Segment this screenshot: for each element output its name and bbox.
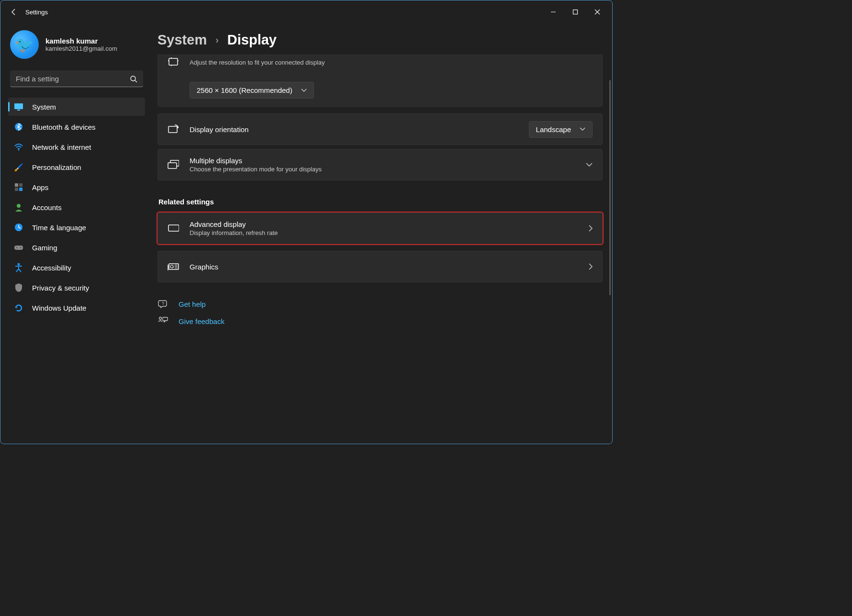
gpu-icon — [168, 261, 179, 272]
svg-line-3 — [135, 80, 137, 82]
profile-block[interactable]: kamlesh kumar kamlesh2011@gmail.com — [8, 28, 145, 67]
svg-rect-4 — [14, 103, 23, 109]
chevron-right-icon: › — [215, 34, 219, 45]
svg-point-12 — [17, 204, 21, 208]
svg-point-2 — [131, 76, 135, 81]
sidebar-item-privacy[interactable]: Privacy & security — [8, 279, 145, 297]
orientation-icon — [168, 123, 179, 135]
scrollbar[interactable] — [609, 80, 611, 295]
person-icon — [14, 202, 23, 212]
svg-point-17 — [18, 263, 20, 266]
resolution-value: 2560 × 1600 (Recommended) — [197, 86, 292, 94]
svg-rect-11 — [19, 188, 22, 191]
resolution-icon — [168, 56, 179, 67]
gamepad-icon — [14, 243, 23, 252]
sidebar-item-label: System — [32, 103, 56, 111]
multiple-displays-icon — [168, 159, 179, 170]
svg-rect-9 — [19, 183, 22, 187]
sidebar-item-accessibility[interactable]: Accessibility — [8, 258, 145, 277]
svg-text:?: ? — [162, 301, 164, 306]
card-multiple-displays[interactable]: Multiple displays Choose the presentatio… — [157, 149, 603, 180]
svg-rect-31 — [163, 317, 168, 321]
breadcrumb: System › Display — [157, 32, 603, 48]
breadcrumb-current: Display — [227, 32, 277, 48]
sidebar-item-label: Windows Update — [32, 304, 86, 312]
sidebar-item-update[interactable]: Windows Update — [8, 299, 145, 317]
multiple-title: Multiple displays — [190, 157, 575, 165]
sidebar-item-label: Bluetooth & devices — [32, 123, 96, 131]
svg-rect-14 — [14, 246, 23, 250]
sidebar-item-label: Privacy & security — [32, 284, 89, 292]
sidebar-item-label: Accessibility — [32, 264, 71, 272]
resolution-subtitle: Adjust the resolution to fit your connec… — [190, 59, 593, 66]
orientation-value: Landscape — [536, 125, 571, 134]
profile-name: kamlesh kumar — [45, 37, 117, 45]
advanced-subtitle: Display information, refresh rate — [190, 229, 578, 236]
multiple-subtitle: Choose the presentation mode for your di… — [190, 166, 575, 173]
graphics-title: Graphics — [190, 263, 578, 271]
svg-rect-1 — [573, 10, 578, 14]
resolution-dropdown[interactable]: 2560 × 1600 (Recommended) — [190, 82, 314, 99]
give-feedback-row: Give feedback — [157, 316, 603, 326]
display-icon — [14, 102, 23, 112]
close-button[interactable] — [586, 4, 608, 20]
monitor-icon — [168, 223, 179, 234]
sidebar-item-label: Time & language — [32, 224, 86, 232]
shield-icon — [14, 283, 23, 292]
avatar — [10, 30, 39, 59]
orientation-title: Display orientation — [190, 125, 518, 134]
chevron-down-icon — [586, 163, 593, 167]
chevron-down-icon — [301, 89, 307, 92]
svg-point-30 — [159, 317, 162, 320]
svg-rect-8 — [15, 183, 18, 187]
brush-icon: 🖌️ — [14, 162, 23, 172]
clock-icon — [14, 223, 23, 232]
apps-icon — [14, 182, 23, 192]
card-resolution[interactable]: Adjust the resolution to fit your connec… — [157, 55, 603, 107]
maximize-button[interactable] — [564, 4, 586, 20]
sidebar-item-label: Personalization — [32, 163, 81, 171]
sidebar-item-system[interactable]: System — [8, 98, 145, 116]
chevron-right-icon — [589, 225, 593, 232]
svg-point-24 — [170, 265, 173, 268]
titlebar: Settings — [0, 0, 612, 23]
wifi-icon — [14, 142, 23, 152]
search-icon — [130, 75, 137, 83]
breadcrumb-parent[interactable]: System — [157, 32, 207, 48]
main-panel: System › Display Adjust the resolution t… — [149, 23, 612, 444]
sidebar-item-label: Gaming — [32, 244, 57, 252]
minimize-button[interactable] — [542, 4, 564, 20]
chevron-down-icon — [580, 127, 585, 131]
card-advanced-display[interactable]: Advanced display Display information, re… — [157, 213, 603, 244]
svg-point-7 — [18, 149, 20, 151]
back-button[interactable] — [4, 2, 23, 22]
sidebar-item-personalization[interactable]: 🖌️ Personalization — [8, 158, 145, 176]
get-help-row: ? Get help — [157, 299, 603, 309]
sidebar-item-gaming[interactable]: Gaming — [8, 238, 145, 257]
sidebar-item-network[interactable]: Network & internet — [8, 138, 145, 156]
sidebar-item-bluetooth[interactable]: Bluetooth & devices — [8, 118, 145, 136]
give-feedback-link[interactable]: Give feedback — [179, 317, 224, 325]
advanced-title: Advanced display — [190, 220, 578, 228]
window-title: Settings — [25, 9, 48, 16]
svg-rect-19 — [168, 126, 177, 133]
get-help-link[interactable]: Get help — [179, 300, 206, 308]
sidebar-item-accounts[interactable]: Accounts — [8, 198, 145, 216]
card-orientation[interactable]: Display orientation Landscape — [157, 113, 603, 145]
search-wrap — [10, 70, 143, 87]
chevron-right-icon — [589, 263, 593, 270]
sidebar-item-apps[interactable]: Apps — [8, 178, 145, 196]
search-input[interactable] — [10, 70, 143, 87]
svg-rect-18 — [169, 58, 178, 65]
sidebar-item-label: Apps — [32, 183, 48, 191]
sidebar-item-label: Accounts — [32, 203, 62, 212]
sidebar-item-time[interactable]: Time & language — [8, 218, 145, 236]
feedback-icon — [157, 316, 168, 326]
card-graphics[interactable]: Graphics — [157, 251, 603, 282]
svg-point-16 — [20, 247, 21, 248]
window-controls — [542, 4, 608, 20]
bluetooth-icon — [14, 122, 23, 132]
svg-point-15 — [16, 247, 17, 248]
orientation-dropdown[interactable]: Landscape — [529, 121, 593, 138]
sidebar: kamlesh kumar kamlesh2011@gmail.com Syst… — [0, 23, 149, 444]
